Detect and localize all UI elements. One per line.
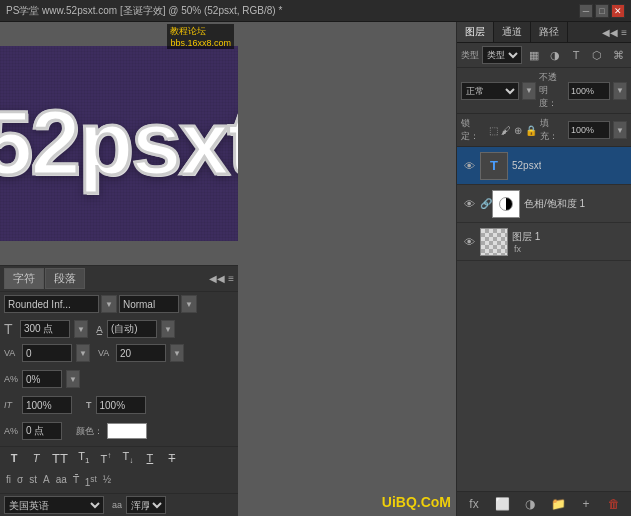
kind-label: 类型 <box>461 49 479 62</box>
hue-sat-icon <box>499 197 513 211</box>
filter-text-btn[interactable]: T <box>567 46 585 64</box>
tracking-input[interactable] <box>22 344 72 362</box>
font-size-input[interactable] <box>20 320 70 338</box>
leading-input[interactable] <box>107 320 157 338</box>
layers-collapse-arrow[interactable]: ◀◀ <box>602 27 618 38</box>
filter-shape-btn[interactable]: ⬡ <box>588 46 606 64</box>
close-button[interactable]: ✕ <box>611 4 625 18</box>
tab-layers[interactable]: 图层 <box>457 22 494 42</box>
tracking-kerning-row: VA ▼ VA ▼ <box>0 342 238 364</box>
lock-label: 锁定： <box>461 117 486 143</box>
layers-menu[interactable]: ≡ <box>621 27 627 38</box>
layers-tab-bar: 图层 通道 路径 ◀◀ ≡ <box>457 22 631 43</box>
ordinal-A[interactable]: A <box>43 474 50 488</box>
size-label: T <box>4 321 16 337</box>
left-panel: 52psxt 教程论坛bbs.16xx8.com 字符 段落 ◀◀ ≡ ▼ <box>0 22 238 516</box>
tab-channels[interactable]: 通道 <box>494 22 531 42</box>
opacity-label: 不透明度： <box>539 71 565 110</box>
subscript-button[interactable]: T↓ <box>120 449 136 466</box>
add-layer-style-button[interactable]: fx <box>461 495 487 513</box>
panel-controls: ◀◀ ≡ <box>209 273 234 284</box>
fill-input[interactable] <box>568 121 610 139</box>
language-select[interactable]: 美国英语 <box>4 496 104 514</box>
layer-visibility-eye[interactable]: 👁 <box>461 234 477 250</box>
layer-thumbnail: T <box>480 152 508 180</box>
main-layout: 52psxt 教程论坛bbs.16xx8.com 字符 段落 ◀◀ ≡ ▼ <box>0 22 631 516</box>
smallcaps-button[interactable]: T1 <box>76 449 92 466</box>
layers-panel-controls: ◀◀ ≡ <box>598 27 631 38</box>
special-chars-row: fi σ st A aa T̄ 1st ½ <box>0 472 238 490</box>
indent-input[interactable] <box>22 370 62 388</box>
filter-smart-btn[interactable]: ⌘ <box>609 46 627 64</box>
antialiasing-select[interactable]: 浑厚 无 锐利 犀利 平滑 <box>126 496 166 514</box>
fill-label: 填充： <box>540 117 565 143</box>
scale-v-input[interactable] <box>96 396 146 414</box>
layer-name: 52psxt <box>512 160 541 171</box>
indent-dropdown[interactable]: ▼ <box>66 370 80 388</box>
blend-mode-select[interactable]: 正常 溶解 正片叠底 <box>461 82 519 100</box>
font-style-dropdown-icon[interactable]: ▼ <box>181 295 197 313</box>
panel-menu[interactable]: ≡ <box>228 273 234 284</box>
ligature-sigma[interactable]: σ <box>17 474 23 488</box>
lock-transparent-icon[interactable]: ⬚ <box>489 125 498 136</box>
layer-link-icon: 🔗 <box>480 198 492 210</box>
baseline-shift-input[interactable] <box>22 422 62 440</box>
layer-visibility-eye[interactable]: 👁 <box>461 158 477 174</box>
collapse-arrow[interactable]: ◀◀ <box>209 273 225 284</box>
delete-layer-button[interactable]: 🗑 <box>601 495 627 513</box>
ordinal-aa[interactable]: aa <box>56 474 67 488</box>
kerning-dropdown[interactable]: ▼ <box>170 344 184 362</box>
minimize-button[interactable]: ─ <box>579 4 593 18</box>
font-size-dropdown[interactable]: ▼ <box>74 320 88 338</box>
new-layer-button[interactable]: + <box>573 495 599 513</box>
font-selector-row: ▼ ▼ <box>0 292 238 316</box>
fraction-half[interactable]: ½ <box>103 474 111 488</box>
font-style-input[interactable] <box>119 295 179 313</box>
filter-pixel-btn[interactable]: ▦ <box>525 46 543 64</box>
app-title: PS学堂 www.52psxt.com [圣诞字效] @ 50% (52psxt… <box>6 4 282 18</box>
bold-button[interactable]: T <box>6 451 22 465</box>
blend-dropdown-icon[interactable]: ▼ <box>522 82 536 100</box>
kerning-label: VA <box>98 348 112 358</box>
leading-dropdown[interactable]: ▼ <box>161 320 175 338</box>
allcaps-button[interactable]: TT <box>50 450 70 467</box>
layer-item[interactable]: 👁 图层 1 fx <box>457 223 631 261</box>
lock-all-icon[interactable]: 🔒 <box>525 125 537 136</box>
color-label: 颜色： <box>76 425 103 438</box>
size-leading-row: T ▼ A̲ ▼ <box>0 320 238 338</box>
layer-visibility-eye[interactable]: 👁 <box>461 196 477 212</box>
char-tabs: 字符 段落 <box>4 268 85 289</box>
ordinal-1st[interactable]: 1st <box>85 474 97 488</box>
underline-button[interactable]: T <box>142 451 158 465</box>
tracking-dropdown[interactable]: ▼ <box>76 344 90 362</box>
kerning-input[interactable] <box>116 344 166 362</box>
layer-item[interactable]: 👁 🔗 色相/饱和度 1 <box>457 185 631 223</box>
filter-adjust-btn[interactable]: ◑ <box>546 46 564 64</box>
kind-select[interactable]: 类型 <box>482 46 522 64</box>
add-mask-button[interactable]: ⬜ <box>489 495 515 513</box>
opacity-dropdown-icon[interactable]: ▼ <box>613 82 627 100</box>
lock-paint-icon[interactable]: 🖌 <box>501 125 511 136</box>
new-group-button[interactable]: 📁 <box>545 495 571 513</box>
italic-button[interactable]: T <box>28 451 44 465</box>
font-name-dropdown-icon[interactable]: ▼ <box>101 295 117 313</box>
style-buttons-row: T T TT T1 T↑ T↓ T T <box>0 446 238 468</box>
ligature-st[interactable]: st <box>29 474 37 488</box>
scale-h-input[interactable] <box>22 396 72 414</box>
maximize-button[interactable]: □ <box>595 4 609 18</box>
lock-position-icon[interactable]: ⊕ <box>514 125 522 136</box>
color-swatch[interactable] <box>107 423 147 439</box>
strikethrough-button[interactable]: T <box>164 451 180 465</box>
opacity-input[interactable] <box>568 82 610 100</box>
ligature-fi[interactable]: fi <box>6 474 11 488</box>
layer-info: 52psxt <box>512 160 541 171</box>
fill-dropdown-icon[interactable]: ▼ <box>613 121 627 139</box>
ordinal-T[interactable]: T̄ <box>73 474 79 488</box>
tab-character[interactable]: 字符 <box>4 268 44 289</box>
superscript-button[interactable]: T↑ <box>98 450 114 466</box>
tab-paths[interactable]: 路径 <box>531 22 568 42</box>
tab-paragraph[interactable]: 段落 <box>45 268 85 289</box>
layer-item[interactable]: 👁 T 52psxt <box>457 147 631 185</box>
new-adjustment-button[interactable]: ◑ <box>517 495 543 513</box>
font-name-input[interactable] <box>4 295 99 313</box>
